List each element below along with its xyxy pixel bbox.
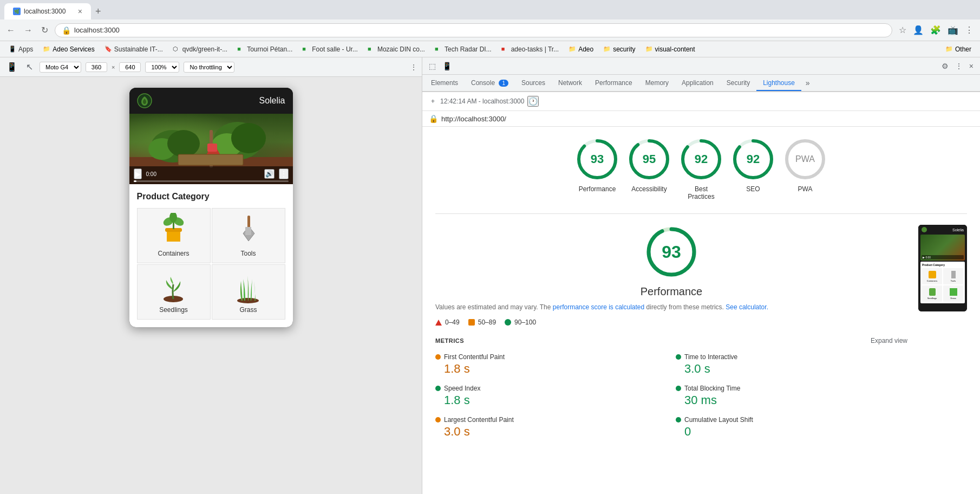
devtools-tabs: Elements Console 1 Sources Network Perfo…	[422, 75, 980, 92]
tab-lighthouse[interactable]: Lighthouse	[756, 76, 801, 91]
score-pwa-value: PWA	[795, 154, 815, 164]
width-input[interactable]	[86, 62, 107, 72]
device-toggle-button[interactable]: 📱	[4, 60, 19, 74]
throttle-select[interactable]: No throttling	[184, 62, 234, 73]
bookmark-sustainable[interactable]: 🔖 Sustainable IT-...	[100, 44, 167, 55]
legend-pass-icon	[505, 319, 511, 326]
mobile-device-frame: Solelia	[129, 88, 293, 327]
bookmarks-bar: 📱 Apps 📁 Adeo Services 🔖 Sustainable IT-…	[0, 41, 980, 57]
volume-button[interactable]: 🔊	[264, 169, 275, 179]
bookmark-qvdk[interactable]: ⬡ qvdk/green-it-...	[168, 44, 232, 55]
tab-security[interactable]: Security	[720, 76, 756, 91]
url-bar[interactable]: 🔒 localhost:3000	[55, 23, 892, 37]
bookmark-adeo[interactable]: 📁 Adeo	[564, 44, 598, 55]
play-button[interactable]: ▶	[134, 168, 142, 179]
seedlings-label: Seedlings	[159, 306, 188, 314]
perf-see-calc-link[interactable]: See calculator.	[726, 303, 768, 311]
grass-image	[232, 270, 265, 303]
cursor-button[interactable]: ↖	[24, 60, 35, 74]
red-icon: ■	[501, 46, 509, 53]
zoom-select[interactable]: 100%	[145, 62, 179, 73]
tab-memory[interactable]: Memory	[639, 76, 675, 91]
github-icon: ⬡	[173, 46, 180, 53]
score-accessibility-circle: 95	[628, 138, 671, 181]
video-controls-row: ▶ 0:00 🔊 ⋮	[134, 168, 289, 179]
devtools-back-button[interactable]: +	[429, 95, 437, 107]
bookmark-mozaic[interactable]: ■ Mozaic DIN co...	[363, 44, 429, 55]
green-icon: ■	[237, 46, 245, 53]
new-tab-button[interactable]: +	[93, 4, 103, 20]
legend-pass: 90–100	[505, 318, 536, 326]
progress-fill	[134, 180, 137, 182]
viewport-more-button[interactable]: ⋮	[410, 63, 417, 72]
bookmark-foot[interactable]: ■ Foot salle - Ur...	[298, 44, 362, 55]
devtools-inspect-button[interactable]: ⬚	[427, 60, 438, 73]
score-seo-value: 92	[747, 152, 760, 166]
tab-performance[interactable]: Performance	[589, 76, 639, 91]
bookmark-adeo-tasks[interactable]: ■ adeo-tasks | Tr...	[497, 44, 564, 55]
devtools-settings-button[interactable]: ⚙	[939, 60, 951, 73]
tab-close-button[interactable]: ×	[78, 7, 82, 16]
devtools-more-button[interactable]: ⋮	[953, 60, 965, 73]
bookmark-star-button[interactable]: ☆	[897, 23, 909, 37]
screenshot-thumbnail: Solelia ▶ 0:00 Product	[918, 225, 967, 311]
metric-cls-value: 0	[684, 425, 907, 439]
bookmark-other[interactable]: 📁 Other	[941, 44, 976, 55]
svg-point-4	[167, 130, 200, 157]
menu-button[interactable]: ⋮	[963, 23, 976, 37]
video-progress-bar[interactable]	[134, 180, 289, 182]
tab-console[interactable]: Console 1	[465, 76, 515, 91]
score-accessibility-item: 95 Accessibility	[628, 138, 671, 193]
score-legend: 0–49 50–89 90–100	[435, 318, 907, 326]
bookmark-visual-content[interactable]: 📁 visual-content	[641, 44, 700, 55]
metric-tti: Time to Interactive 3.0 s	[676, 353, 907, 376]
cast-button[interactable]: 📺	[945, 23, 961, 37]
profile-button[interactable]: 👤	[911, 23, 926, 37]
bookmark-adeo-services[interactable]: 📁 Adeo Services	[38, 44, 99, 55]
device-select[interactable]: Moto G4	[40, 62, 81, 73]
category-item-seedlings[interactable]: Seedlings	[137, 264, 211, 320]
score-seo-circle: 92	[731, 138, 775, 181]
apps-icon: 📱	[9, 46, 16, 53]
expand-view-button[interactable]: Expand view	[871, 337, 907, 344]
legend-fail-icon	[435, 320, 442, 326]
perf-calc-link[interactable]: performance score is calculated	[553, 303, 644, 311]
devtools-clock-button[interactable]: 🕐	[527, 96, 539, 107]
metric-fcp: First Contentful Paint 1.8 s	[435, 353, 667, 376]
bookmark-tournoi[interactable]: ■ Tournoi Pétan...	[233, 44, 297, 55]
audit-url-text: http://localhost:3000/	[441, 115, 506, 123]
nav-action-icons: ☆ 👤 🧩 📺 ⋮	[897, 23, 976, 37]
devtools-close-button[interactable]: ×	[967, 60, 976, 73]
svg-rect-9	[207, 144, 217, 152]
section-title: Product Category	[137, 192, 285, 202]
extensions-button[interactable]: 🧩	[928, 23, 943, 37]
refresh-button[interactable]: ↻	[39, 23, 50, 37]
category-item-tools[interactable]: Tools	[212, 208, 285, 263]
devtools-tabs-more-button[interactable]: »	[803, 76, 812, 89]
metric-cls-indicator: Cumulative Layout Shift	[676, 416, 907, 424]
legend-average-icon	[468, 319, 475, 326]
mobile-frame-container: Solelia	[0, 77, 422, 494]
bookmark-tournoi-label: Tournoi Pétan...	[247, 46, 292, 53]
legend-fail: 0–49	[435, 318, 460, 326]
video-more-button[interactable]: ⋮	[279, 168, 289, 179]
tab-elements[interactable]: Elements	[424, 76, 465, 91]
back-button[interactable]: ←	[4, 23, 17, 37]
tab-application[interactable]: Application	[675, 76, 720, 91]
bookmark-security[interactable]: 📁 security	[599, 44, 639, 55]
devtools-device-button[interactable]: 📱	[440, 60, 454, 73]
metric-si-dot	[435, 386, 441, 391]
category-item-containers[interactable]: Containers	[137, 208, 211, 263]
score-divider	[435, 213, 967, 214]
tab-sources[interactable]: Sources	[515, 76, 552, 91]
score-pwa-item: PWA PWA	[783, 138, 827, 193]
active-tab[interactable]: 🌿 localhost:3000 ×	[4, 3, 91, 20]
bookmark-techradar[interactable]: ■ Tech Radar DI...	[430, 44, 496, 55]
tab-network[interactable]: Network	[552, 76, 589, 91]
bookmark-apps[interactable]: 📱 Apps	[4, 44, 37, 55]
height-input[interactable]	[119, 62, 141, 72]
metrics-title: METRICS	[435, 337, 464, 344]
category-item-grass[interactable]: Grass	[212, 264, 285, 320]
score-pwa-circle: PWA	[783, 138, 827, 181]
forward-button[interactable]: →	[22, 23, 35, 37]
